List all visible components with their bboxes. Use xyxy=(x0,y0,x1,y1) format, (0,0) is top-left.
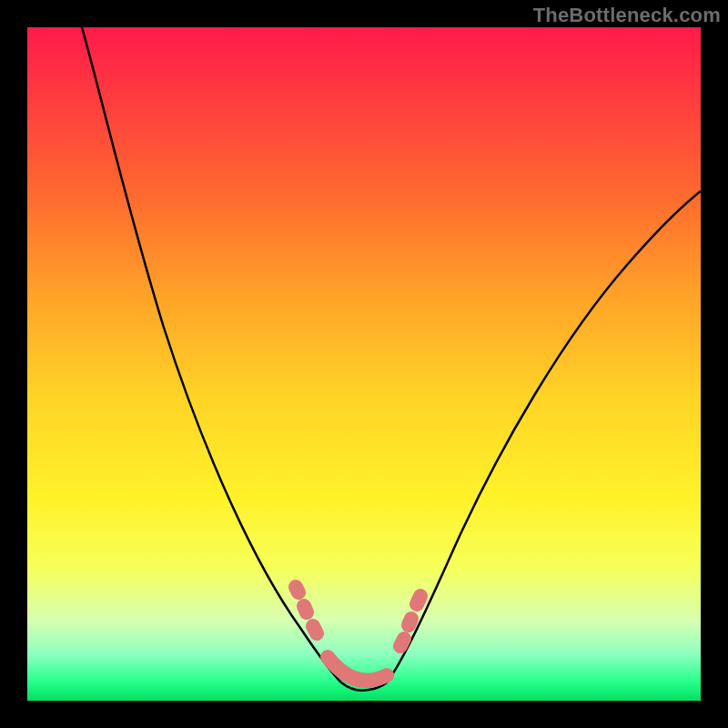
chart-svg xyxy=(27,27,701,701)
bead-4-icon xyxy=(400,639,404,646)
bead-1-icon xyxy=(296,587,298,592)
right-curve xyxy=(387,191,701,682)
bead-2-icon xyxy=(304,606,307,612)
bead-5-icon xyxy=(409,619,411,625)
bead-6-icon xyxy=(417,596,420,604)
curve-group xyxy=(82,27,701,691)
bead-group xyxy=(296,587,420,681)
chart-frame: TheBottleneck.com xyxy=(0,0,728,728)
plot-area xyxy=(27,27,701,701)
watermark-text: TheBottleneck.com xyxy=(533,4,721,27)
bead-3-icon xyxy=(313,626,317,633)
